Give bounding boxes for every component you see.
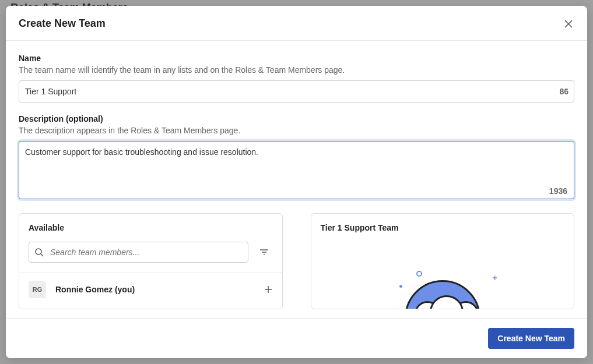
filter-button[interactable] bbox=[255, 243, 273, 261]
description-textarea-wrap: 1936 bbox=[19, 141, 574, 202]
filter-icon bbox=[259, 247, 269, 257]
add-member-button[interactable] bbox=[264, 285, 273, 294]
search-team-members-input[interactable] bbox=[29, 242, 248, 263]
modal-footer: Create New Team bbox=[6, 318, 587, 358]
name-field-group: Name The team name will identify the tea… bbox=[19, 54, 574, 103]
empty-illustration: + bbox=[384, 267, 501, 309]
modal-title: Create New Team bbox=[19, 17, 106, 30]
modal-body: Name The team name will identify the tea… bbox=[6, 41, 587, 318]
member-panels: Available bbox=[19, 213, 574, 309]
name-label: Name bbox=[19, 54, 574, 63]
name-help-text: The team name will identify the team in … bbox=[19, 65, 574, 75]
close-button[interactable] bbox=[563, 18, 574, 30]
close-icon bbox=[564, 19, 573, 29]
team-name-input[interactable] bbox=[19, 80, 574, 103]
available-panel-title: Available bbox=[19, 214, 282, 242]
svg-line-3 bbox=[41, 254, 43, 256]
name-char-count: 86 bbox=[559, 87, 569, 96]
modal-header: Create New Team bbox=[6, 6, 587, 41]
avatar: RG bbox=[29, 281, 46, 298]
plus-icon bbox=[264, 285, 273, 294]
search-row bbox=[19, 242, 282, 272]
team-empty-state: + bbox=[311, 242, 574, 309]
search-wrap bbox=[29, 242, 248, 263]
description-help-text: The description appears in the Roles & T… bbox=[19, 126, 574, 135]
member-name: Ronnie Gomez (you) bbox=[55, 285, 264, 294]
description-char-count: 1936 bbox=[549, 186, 567, 196]
name-input-wrap: 86 bbox=[19, 80, 574, 103]
description-label: Description (optional) bbox=[19, 114, 574, 123]
create-team-button[interactable]: Create New Team bbox=[488, 328, 574, 349]
search-icon bbox=[34, 248, 44, 257]
create-team-modal: Create New Team Name The team name will … bbox=[6, 6, 587, 358]
description-field-group: Description (optional) The description a… bbox=[19, 114, 574, 202]
team-panel: Tier 1 Support Team + bbox=[311, 213, 575, 309]
team-panel-title: Tier 1 Support Team bbox=[311, 214, 574, 242]
available-panel: Available bbox=[19, 213, 283, 309]
member-row: RG Ronnie Gomez (you) bbox=[19, 272, 282, 306]
svg-point-2 bbox=[36, 249, 41, 255]
team-description-textarea[interactable] bbox=[19, 141, 574, 199]
